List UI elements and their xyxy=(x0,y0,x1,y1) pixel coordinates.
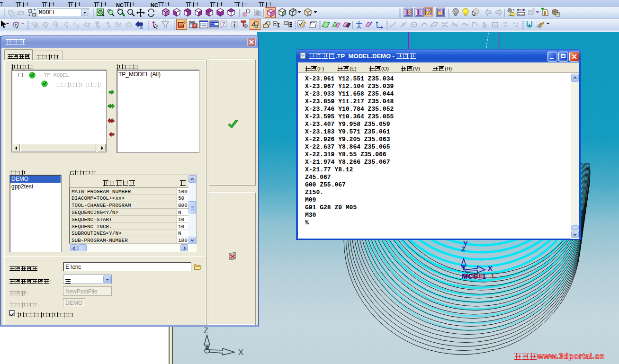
svg-text:a: a xyxy=(66,24,68,28)
svg-text:xyz: xyz xyxy=(503,21,507,24)
svg-text:x: x xyxy=(73,21,76,26)
svg-text:/o: /o xyxy=(515,24,518,27)
svg-text:a: a xyxy=(108,24,110,28)
svg-text:Z: Z xyxy=(461,245,466,253)
svg-text:MCS_1: MCS_1 xyxy=(462,273,486,280)
svg-text:X: X xyxy=(488,264,493,272)
svg-text:o: o xyxy=(513,21,515,25)
svg-text:X: X xyxy=(238,348,243,357)
svg-text:a: a xyxy=(76,23,79,28)
svg-text:Z: Z xyxy=(204,327,208,335)
svg-text:a: a xyxy=(45,24,47,29)
svg-text:A: A xyxy=(119,22,122,27)
svg-text:a: a xyxy=(55,24,58,29)
svg-text:a: a xyxy=(98,25,100,29)
svg-text:?: ? xyxy=(222,21,225,27)
